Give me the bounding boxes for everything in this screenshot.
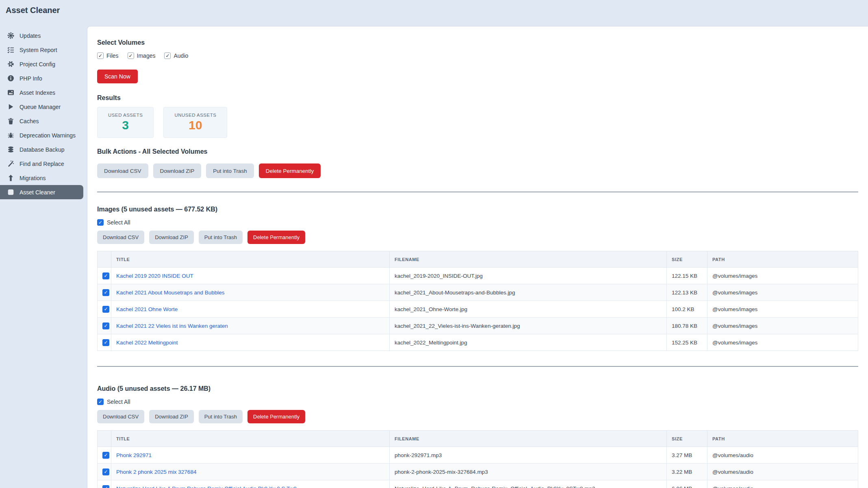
path-column-header: PATH: [707, 251, 858, 268]
volume-checkbox-row: ✓ Files ✓ Images ✓ Audio: [97, 52, 858, 59]
sidebar: Updates System Report Project Config PHP…: [0, 0, 87, 488]
images-download-zip-button[interactable]: Download ZIP: [149, 231, 194, 244]
row-checkbox[interactable]: ✓: [102, 339, 109, 346]
volume-checkbox-audio[interactable]: ✓ Audio: [164, 52, 188, 59]
sidebar-item-label: Asset Cleaner: [20, 189, 55, 196]
filename-column-header: FILENAME: [390, 251, 667, 268]
row-checkbox[interactable]: ✓: [102, 468, 109, 475]
asset-filename: kachel_2021_Ohne-Worte.jpg: [390, 301, 667, 318]
asset-title-link[interactable]: Kachel 2019 2020 INSIDE OUT: [116, 273, 193, 279]
audio-table-header-row: TITLE FILENAME SIZE PATH: [98, 431, 858, 447]
info-circle-icon: [7, 75, 14, 82]
volume-checkbox-images[interactable]: ✓ Images: [128, 52, 156, 59]
results-cards: USED ASSETS 3 UNUSED ASSETS 10: [97, 107, 858, 138]
asset-title-link[interactable]: Kachel 2021 22 Vieles ist ins Wanken ger…: [116, 323, 228, 329]
checkbox-checked-icon[interactable]: ✓: [97, 219, 104, 226]
sidebar-item-php-info[interactable]: PHP Info: [0, 71, 83, 85]
bulk-put-into-trash-button[interactable]: Put into Trash: [206, 163, 254, 178]
sidebar-item-project-config[interactable]: Project Config: [0, 57, 83, 71]
main-panel: Select Volumes ✓ Files ✓ Images ✓ Audio …: [87, 26, 868, 488]
checkbox-checked-icon[interactable]: ✓: [128, 52, 134, 59]
bug-icon: [7, 132, 14, 139]
asset-path: @volumes/images: [707, 334, 858, 351]
sidebar-item-asset-indexes[interactable]: Asset Indexes: [0, 85, 83, 100]
images-table: TITLE FILENAME SIZE PATH ✓ Kachel 2019 2…: [97, 251, 858, 351]
audio-put-into-trash-button[interactable]: Put into Trash: [199, 410, 243, 423]
select-all-label: Select All: [107, 399, 130, 405]
asset-filename: phonk-2-phonk-2025-mix-327684.mp3: [390, 464, 667, 480]
asset-title-link[interactable]: Phonk 2 phonk 2025 mix 327684: [116, 469, 196, 475]
volume-label: Audio: [174, 52, 188, 59]
sidebar-item-label: Database Backup: [20, 146, 65, 153]
audio-delete-permanently-button[interactable]: Delete Permanently: [247, 410, 305, 423]
audio-table: TITLE FILENAME SIZE PATH ✓ Phonk 292971 …: [97, 430, 858, 488]
select-volumes-heading: Select Volumes: [97, 39, 858, 46]
sidebar-item-label: System Report: [20, 47, 57, 53]
sidebar-item-deprecation-warnings[interactable]: Deprecation Warnings: [0, 128, 83, 142]
asset-path: @volumes/images: [707, 268, 858, 284]
row-checkbox[interactable]: ✓: [102, 322, 109, 329]
row-checkbox[interactable]: ✓: [102, 452, 109, 459]
images-table-header-row: TITLE FILENAME SIZE PATH: [98, 251, 858, 268]
asset-size: 122.15 KB: [667, 268, 707, 284]
images-select-all[interactable]: ✓ Select All: [97, 219, 858, 226]
row-checkbox[interactable]: ✓: [102, 272, 109, 279]
select-all-label: Select All: [107, 219, 130, 226]
plugin-icon: [7, 189, 14, 196]
scan-now-button[interactable]: Scan Now: [97, 70, 138, 83]
row-checkbox[interactable]: ✓: [102, 485, 109, 488]
sidebar-item-label: PHP Info: [20, 75, 42, 82]
sidebar-item-system-report[interactable]: System Report: [0, 43, 83, 57]
sidebar-item-label: Project Config: [20, 61, 55, 68]
table-row: ✓ Kachel 2021 22 Vieles ist ins Wanken g…: [98, 318, 858, 334]
audio-download-zip-button[interactable]: Download ZIP: [149, 410, 194, 423]
title-column-header: TITLE: [111, 251, 390, 268]
asset-path: @volumes/audio: [707, 480, 858, 488]
images-section-buttons: Download CSV Download ZIP Put into Trash…: [97, 231, 858, 244]
size-column-header: SIZE: [667, 251, 707, 268]
audio-section-buttons: Download CSV Download ZIP Put into Trash…: [97, 410, 858, 423]
bulk-download-csv-button[interactable]: Download CSV: [97, 163, 148, 178]
checkbox-checked-icon[interactable]: ✓: [97, 52, 104, 59]
images-section-heading: Images (5 unused assets — 677.52 KB): [97, 205, 858, 213]
checkbox-checked-icon[interactable]: ✓: [164, 52, 171, 59]
sidebar-item-migrations[interactable]: Migrations: [0, 171, 83, 185]
asset-filename: kachel_2019-2020_INSIDE-OUT.jpg: [390, 268, 667, 284]
sidebar-item-updates[interactable]: Updates: [0, 28, 83, 43]
sidebar-item-label: Asset Indexes: [20, 89, 55, 96]
images-download-csv-button[interactable]: Download CSV: [97, 231, 144, 244]
audio-download-csv-button[interactable]: Download CSV: [97, 410, 144, 423]
asset-title-link[interactable]: Naturalize Hard Like A Drum Rebugs Remix…: [116, 486, 297, 488]
trash-icon: [7, 118, 14, 124]
asset-filename: kachel_2021_22_Vieles-ist-ins-Wanken-ger…: [390, 318, 667, 334]
bulk-download-zip-button[interactable]: Download ZIP: [153, 163, 202, 178]
sidebar-item-queue-manager[interactable]: Queue Manager: [0, 100, 83, 114]
asset-title-link[interactable]: Phonk 292971: [116, 452, 152, 458]
asset-title-link[interactable]: Kachel 2021 Ohne Worte: [116, 306, 178, 312]
bulk-delete-permanently-button[interactable]: Delete Permanently: [259, 163, 321, 178]
section-divider: [97, 366, 858, 367]
row-checkbox[interactable]: ✓: [102, 306, 109, 313]
asset-size: 152.25 KB: [667, 334, 707, 351]
app-layout: Updates System Report Project Config PHP…: [0, 0, 868, 488]
images-put-into-trash-button[interactable]: Put into Trash: [199, 231, 243, 244]
sidebar-item-database-backup[interactable]: Database Backup: [0, 142, 83, 157]
volume-checkbox-files[interactable]: ✓ Files: [97, 52, 119, 59]
images-delete-permanently-button[interactable]: Delete Permanently: [247, 231, 305, 244]
row-checkbox[interactable]: ✓: [102, 289, 109, 296]
sidebar-item-asset-cleaner[interactable]: Asset Cleaner: [0, 185, 83, 199]
select-column-header: [98, 251, 111, 268]
asset-filename: kachel_2021_About-Mousetraps-and-Bubbles…: [390, 284, 667, 301]
sidebar-item-label: Updates: [20, 33, 41, 39]
audio-select-all[interactable]: ✓ Select All: [97, 398, 858, 405]
sidebar-item-find-and-replace[interactable]: Find and Replace: [0, 157, 83, 171]
checkbox-checked-icon[interactable]: ✓: [97, 399, 104, 405]
asset-title-link[interactable]: Kachel 2022 Meltingpoint: [116, 340, 178, 346]
bulk-actions-heading: Bulk Actions - All Selected Volumes: [97, 148, 858, 155]
sidebar-item-label: Deprecation Warnings: [20, 132, 76, 139]
database-icon: [7, 146, 14, 153]
select-column-header: [98, 431, 111, 447]
asset-path: @volumes/audio: [707, 447, 858, 464]
asset-title-link[interactable]: Kachel 2021 About Mousetraps and Bubbles: [116, 290, 224, 296]
sidebar-item-caches[interactable]: Caches: [0, 114, 83, 128]
